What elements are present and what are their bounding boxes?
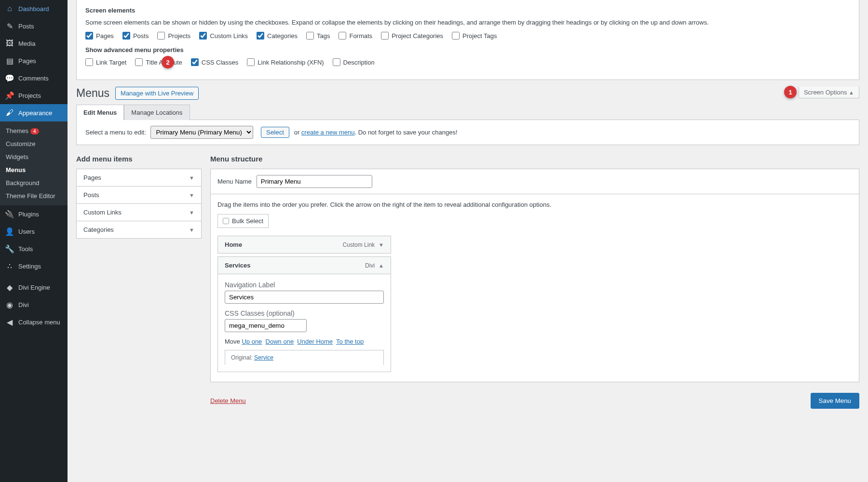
pages-icon: ▤ [5,56,14,66]
sidebar-sub-widgets[interactable]: Widgets [0,150,68,163]
chk-description[interactable]: Description [333,58,375,66]
manage-live-preview-button[interactable]: Manage with Live Preview [115,87,199,100]
sidebar-sub-customize[interactable]: Customize [0,137,68,150]
sidebar-item-media[interactable]: 🖾Media [0,35,68,52]
move-down-one-link[interactable]: Down one [266,338,294,345]
chk-label: Categories [267,32,298,40]
save-menu-button[interactable]: Save Menu [811,393,859,409]
caret-down-icon: ▼ [189,210,194,215]
chk-categories-input[interactable] [257,32,264,40]
sidebar-sub-theme-editor[interactable]: Theme File Editor [0,189,68,202]
menu-item-header[interactable]: Home Custom Link▼ [218,236,391,253]
chk-css-classes-input[interactable] [191,58,199,66]
chk-tags[interactable]: Tags [306,32,330,40]
sidebar-item-label: Pages [18,57,36,65]
sidebar-item-pages[interactable]: ▤Pages [0,52,68,69]
sidebar-item-dashboard[interactable]: ⌂Dashboard [0,0,68,17]
caret-up-icon: ▲ [379,263,384,268]
sidebar-item-comments[interactable]: 💬Comments [0,69,68,87]
bulk-select-label: Bulk Select [232,217,263,225]
chk-label: Project Tags [462,32,497,40]
menu-footer: Delete Menu Save Menu [210,387,859,417]
acc-label: Pages [83,174,101,181]
sidebar-item-divi-engine[interactable]: ◆Divi Engine [0,279,68,296]
divi-icon: ◉ [5,300,14,309]
chk-tags-input[interactable] [306,32,314,40]
bulk-select-checkbox[interactable] [223,218,229,224]
add-menu-items-column: Add menu items Pages▼ Posts▼ Custom Link… [76,155,202,239]
chk-project-tags[interactable]: Project Tags [452,32,497,40]
screen-options-toggle[interactable]: Screen Options ▲ [799,87,859,98]
sidebar-item-collapse[interactable]: ◀Collapse menu [0,313,68,331]
comments-icon: 💬 [5,73,14,83]
acc-pages[interactable]: Pages▼ [77,169,201,187]
sidebar-item-label: Divi Engine [18,284,50,291]
sidebar-item-users[interactable]: 👤Users [0,223,68,240]
sidebar-item-divi[interactable]: ◉Divi [0,296,68,313]
sidebar-item-posts[interactable]: ✎Posts [0,17,68,35]
chk-link-target[interactable]: Link Target [85,58,126,66]
tab-edit-menus[interactable]: Edit Menus [76,105,124,120]
chk-posts-input[interactable] [122,32,130,40]
menu-item-services[interactable]: Services Divi▲ Navigation Label CSS Clas… [217,256,391,372]
chk-link-relationship-input[interactable] [247,58,255,66]
select-menu-label: Select a menu to edit: [85,129,146,136]
menu-item-home[interactable]: Home Custom Link▼ [217,236,391,254]
navigation-label-input[interactable] [225,291,384,304]
acc-custom-links[interactable]: Custom Links▼ [77,204,201,221]
chk-project-categories[interactable]: Project Categories [381,32,443,40]
chk-pages-input[interactable] [85,32,93,40]
advanced-properties-heading: Show advanced menu properties [85,46,850,54]
chk-custom-links[interactable]: Custom Links [199,32,248,40]
screen-elements-description: Some screen elements can be shown or hid… [85,19,850,26]
chk-projects[interactable]: Projects [157,32,190,40]
sidebar-item-label: Collapse menu [18,319,60,326]
chk-custom-links-input[interactable] [199,32,207,40]
sidebar-item-appearance[interactable]: 🖌Appearance [0,104,68,121]
create-new-menu-link[interactable]: create a new menu [301,129,355,136]
chk-projects-input[interactable] [157,32,165,40]
tab-manage-locations[interactable]: Manage Locations [124,105,190,120]
select-menu-button[interactable]: Select [261,127,289,138]
move-up-one-link[interactable]: Up one [242,338,262,345]
menu-select-dropdown[interactable]: Primary Menu (Primary Menu) [150,126,253,139]
menu-item-header[interactable]: Services Divi▲ [218,257,391,274]
original-link[interactable]: Service [254,354,273,361]
sidebar-sub-themes[interactable]: Themes4 [0,124,68,137]
chk-pages[interactable]: Pages [85,32,114,40]
sidebar-item-settings[interactable]: ⛬Settings [0,257,68,275]
move-under-home-link[interactable]: Under Home [297,338,333,345]
chk-formats-input[interactable] [339,32,346,40]
css-classes-input[interactable] [225,319,307,332]
chk-label: Pages [96,32,114,40]
chk-project-tags-input[interactable] [452,32,460,40]
chk-posts[interactable]: Posts [122,32,149,40]
chk-description-input[interactable] [333,58,340,66]
screen-options-panel: Screen elements Some screen elements can… [76,0,859,80]
media-icon: 🖾 [5,39,14,48]
sidebar-sub-menus[interactable]: Menus [0,163,68,176]
chk-link-target-input[interactable] [85,58,93,66]
screen-options-label: Screen Options [804,89,847,96]
chk-formats[interactable]: Formats [339,32,372,40]
structure-instructions: Drag the items into the order you prefer… [217,201,852,208]
chk-categories[interactable]: Categories [257,32,298,40]
sidebar-item-projects[interactable]: 📌Projects [0,87,68,104]
acc-label: Categories [83,226,114,233]
menu-name-input[interactable] [257,175,372,188]
acc-posts[interactable]: Posts▼ [77,187,201,204]
sidebar-sub-background[interactable]: Background [0,176,68,189]
sidebar-item-tools[interactable]: 🔧Tools [0,240,68,257]
move-to-top-link[interactable]: To the top [336,338,364,345]
sidebar-item-plugins[interactable]: 🔌Plugins [0,205,68,223]
delete-menu-link[interactable]: Delete Menu [210,397,246,404]
chk-project-categories-input[interactable] [381,32,389,40]
chk-css-classes[interactable]: CSS Classes [191,58,239,66]
chk-label: Link Relationship (XFN) [258,59,324,66]
acc-categories[interactable]: Categories▼ [77,221,201,238]
chk-link-relationship[interactable]: Link Relationship (XFN) [247,58,324,66]
caret-down-icon: ▼ [379,242,384,248]
bulk-select-toggle[interactable]: Bulk Select [217,214,269,228]
chk-title-attribute[interactable]: Title Attribute [135,58,182,66]
chk-title-attribute-input[interactable] [135,58,143,66]
